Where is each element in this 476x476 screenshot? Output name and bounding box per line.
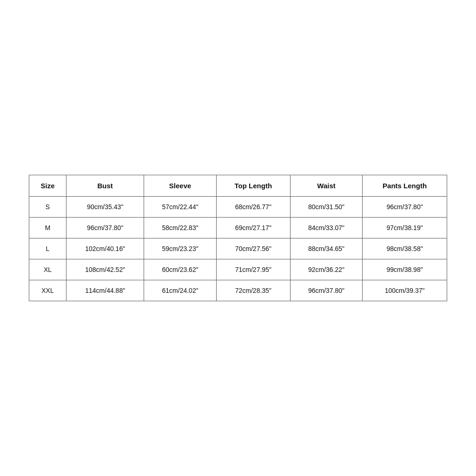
- cell-pants_length: 97cm/38.19": [363, 218, 447, 238]
- cell-bust: 108cm/42.52": [66, 259, 144, 280]
- header-bust: Bust: [66, 175, 144, 197]
- cell-sleeve: 58cm/22.83": [144, 218, 216, 238]
- table-row: L102cm/40.16"59cm/23.23"70cm/27.56"88cm/…: [29, 238, 447, 259]
- size-chart-table: Size Bust Sleeve Top Length Waist Pants …: [29, 175, 447, 301]
- header-pants-length: Pants Length: [363, 175, 447, 197]
- cell-pants_length: 98cm/38.58": [363, 238, 447, 259]
- cell-top_length: 68cm/26.77": [216, 197, 290, 218]
- cell-pants_length: 100cm/39.37": [363, 280, 447, 301]
- cell-size: XL: [29, 259, 66, 280]
- size-chart-container: Size Bust Sleeve Top Length Waist Pants …: [29, 175, 447, 301]
- cell-bust: 114cm/44.88": [66, 280, 144, 301]
- cell-sleeve: 60cm/23.62": [144, 259, 216, 280]
- cell-sleeve: 57cm/22.44": [144, 197, 216, 218]
- cell-top_length: 70cm/27.56": [216, 238, 290, 259]
- cell-size: S: [29, 197, 66, 218]
- cell-bust: 90cm/35.43": [66, 197, 144, 218]
- cell-pants_length: 96cm/37.80": [363, 197, 447, 218]
- cell-bust: 96cm/37.80": [66, 218, 144, 238]
- table-row: S90cm/35.43"57cm/22.44"68cm/26.77"80cm/3…: [29, 197, 447, 218]
- cell-bust: 102cm/40.16": [66, 238, 144, 259]
- table-header-row: Size Bust Sleeve Top Length Waist Pants …: [29, 175, 447, 197]
- cell-waist: 88cm/34.65": [290, 238, 362, 259]
- cell-size: L: [29, 238, 66, 259]
- cell-waist: 80cm/31.50": [290, 197, 362, 218]
- cell-top_length: 72cm/28.35": [216, 280, 290, 301]
- cell-sleeve: 59cm/23.23": [144, 238, 216, 259]
- cell-top_length: 71cm/27.95": [216, 259, 290, 280]
- cell-size: XXL: [29, 280, 66, 301]
- table-row: M96cm/37.80"58cm/22.83"69cm/27.17"84cm/3…: [29, 218, 447, 238]
- cell-size: M: [29, 218, 66, 238]
- header-sleeve: Sleeve: [144, 175, 216, 197]
- cell-top_length: 69cm/27.17": [216, 218, 290, 238]
- cell-waist: 96cm/37.80": [290, 280, 362, 301]
- header-waist: Waist: [290, 175, 362, 197]
- table-row: XL108cm/42.52"60cm/23.62"71cm/27.95"92cm…: [29, 259, 447, 280]
- header-top-length: Top Length: [216, 175, 290, 197]
- cell-waist: 84cm/33.07": [290, 218, 362, 238]
- header-size: Size: [29, 175, 66, 197]
- cell-sleeve: 61cm/24.02": [144, 280, 216, 301]
- cell-pants_length: 99cm/38.98": [363, 259, 447, 280]
- table-row: XXL114cm/44.88"61cm/24.02"72cm/28.35"96c…: [29, 280, 447, 301]
- cell-waist: 92cm/36.22": [290, 259, 362, 280]
